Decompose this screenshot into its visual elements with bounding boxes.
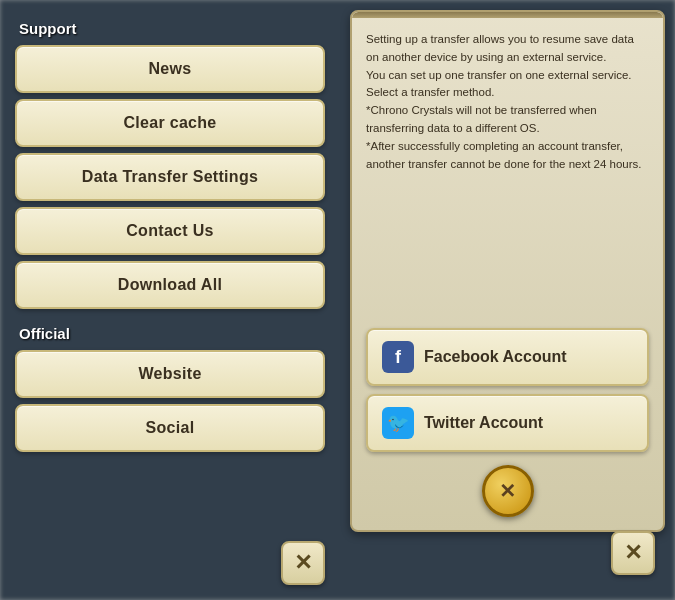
right-footer: ✕ — [350, 532, 665, 590]
clear-cache-button[interactable]: Clear cache — [15, 99, 325, 147]
official-section: Official Website Social — [15, 325, 325, 458]
social-button[interactable]: Social — [15, 404, 325, 452]
bottom-area: ✕ — [366, 460, 649, 520]
close-right-icon: ✕ — [624, 540, 642, 566]
coin-icon: ✕ — [482, 465, 534, 517]
news-button[interactable]: News — [15, 45, 325, 93]
facebook-account-button[interactable]: f Facebook Account — [366, 328, 649, 386]
website-button[interactable]: Website — [15, 350, 325, 398]
official-label: Official — [15, 325, 325, 342]
data-transfer-button[interactable]: Data Transfer Settings — [15, 153, 325, 201]
twitter-icon: 🐦 — [382, 407, 414, 439]
twitter-label: Twitter Account — [424, 414, 543, 432]
twitter-account-button[interactable]: 🐦 Twitter Account — [366, 394, 649, 452]
close-left-icon: ✕ — [294, 550, 312, 576]
facebook-label: Facebook Account — [424, 348, 567, 366]
contact-us-button[interactable]: Contact Us — [15, 207, 325, 255]
transfer-card: Setting up a transfer allows you to resu… — [350, 10, 665, 532]
left-panel: Support News Clear cache Data Transfer S… — [0, 0, 340, 600]
transfer-description: Setting up a transfer allows you to resu… — [366, 31, 649, 314]
right-panel: Setting up a transfer allows you to resu… — [340, 0, 675, 600]
download-all-button[interactable]: Download All — [15, 261, 325, 309]
facebook-icon: f — [382, 341, 414, 373]
coin-x-mark: ✕ — [499, 479, 516, 503]
close-right-button[interactable]: ✕ — [611, 531, 655, 575]
close-left-button[interactable]: ✕ — [281, 541, 325, 585]
support-label: Support — [15, 20, 325, 37]
